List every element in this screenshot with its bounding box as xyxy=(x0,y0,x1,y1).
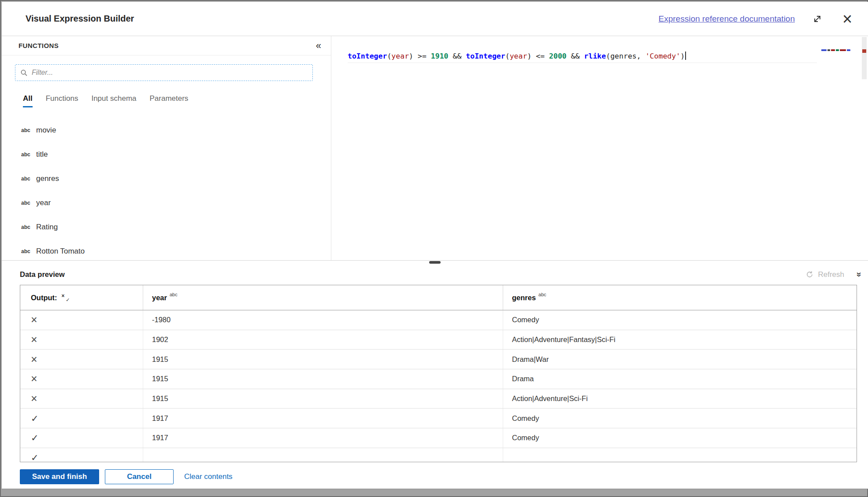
year-cell: 1917 xyxy=(143,409,503,428)
search-icon xyxy=(20,69,28,77)
schema-item-rotton-tomato[interactable]: abcRotton Tomato xyxy=(2,239,331,260)
close-icon: × xyxy=(842,11,852,27)
page-frame: Visual Expression Builder Expression ref… xyxy=(0,0,868,497)
schema-item-label: title xyxy=(36,150,48,159)
year-cell: 1902 xyxy=(143,330,503,350)
editor-scrollbar[interactable] xyxy=(861,36,868,260)
schema-item-rating[interactable]: abcRating xyxy=(2,215,331,239)
refresh-button[interactable]: Refresh xyxy=(806,270,844,279)
string-type-icon: abc xyxy=(21,151,36,158)
splitter-drag-handle[interactable] xyxy=(429,261,441,264)
table-row: ×1915Drama xyxy=(20,369,857,389)
expression-token: toInteger xyxy=(348,52,387,60)
titlebar-actions: Expression reference documentation × xyxy=(659,11,855,26)
schema-item-label: year xyxy=(36,199,51,207)
column-header-genres: genres abc xyxy=(503,285,857,310)
dialog-title: Visual Expression Builder xyxy=(26,14,134,24)
expression-token: genres xyxy=(610,52,637,60)
editor-scrollbar-thumb[interactable] xyxy=(862,37,867,79)
year-cell: 1917 xyxy=(143,428,503,448)
expression-token: year xyxy=(391,52,409,60)
schema-item-label: Rating xyxy=(36,223,58,232)
overview-ruler-mark xyxy=(862,49,866,53)
output-cell: × xyxy=(20,330,143,350)
expression-token: ( xyxy=(606,52,610,60)
functions-tabs: AllFunctionsInput schemaParameters xyxy=(23,94,188,107)
genres-cell xyxy=(503,448,857,462)
filter-field xyxy=(15,64,313,81)
expression-token: year xyxy=(510,52,527,60)
expand-dialog-button[interactable] xyxy=(810,11,825,26)
tab-all[interactable]: All xyxy=(23,94,33,107)
table-row: ×1915Drama|War xyxy=(20,350,857,369)
output-cell: ✓ xyxy=(20,409,143,428)
genres-cell: Drama xyxy=(503,369,857,389)
editor-minimap xyxy=(821,48,856,52)
schema-item-title[interactable]: abctitle xyxy=(2,142,331,166)
minimap-segment xyxy=(836,49,839,51)
output-cell: × xyxy=(20,369,143,389)
expression-editor[interactable]: toInteger(year) >= 1910 && toInteger(yea… xyxy=(332,36,868,260)
collapse-panel-icon[interactable]: « xyxy=(316,41,321,51)
dialog-titlebar: Visual Expression Builder Expression ref… xyxy=(2,2,868,36)
minimap-segment xyxy=(821,49,827,51)
tab-input-schema[interactable]: Input schema xyxy=(91,94,136,107)
chevron-double-down-icon: » xyxy=(855,272,865,277)
column-header-output: Output: × ✓ xyxy=(20,285,143,310)
expression-token: <= xyxy=(531,52,549,60)
expression-token: ) xyxy=(409,52,413,60)
expression-token: ( xyxy=(387,52,391,60)
schema-item-genres[interactable]: abcgenres xyxy=(2,166,331,191)
preview-table: Output: × ✓ year abc genres abc ×-1980Co… xyxy=(20,285,857,462)
tab-functions[interactable]: Functions xyxy=(46,94,78,107)
expression-code-line[interactable]: toInteger(year) >= 1910 && toInteger(yea… xyxy=(348,50,817,63)
expression-token: 1910 xyxy=(431,52,449,60)
refresh-icon xyxy=(806,271,813,278)
minimap-segment xyxy=(827,49,830,51)
output-cell: ✓ xyxy=(20,428,143,448)
expression-token: 2000 xyxy=(549,52,567,60)
schema-item-movie[interactable]: abcmovie xyxy=(2,118,331,142)
close-dialog-button[interactable]: × xyxy=(840,11,855,26)
expression-token: rlike xyxy=(584,52,606,60)
clear-contents-link[interactable]: Clear contents xyxy=(184,472,233,481)
data-preview-toolbar: Data preview Refresh » xyxy=(2,264,868,285)
functions-panel: FUNCTIONS « AllFunctionsInput schemaPara… xyxy=(2,36,331,260)
output-cell: ✓ xyxy=(20,448,143,462)
string-type-icon: abc xyxy=(21,176,36,182)
collapse-preview-button[interactable]: » xyxy=(855,269,864,280)
expression-token: >= xyxy=(413,52,431,60)
schema-item-label: movie xyxy=(36,126,56,135)
minimap-segment xyxy=(831,49,835,51)
year-cell xyxy=(143,448,503,462)
minimap-segment xyxy=(840,49,846,51)
expression-reference-doc-link[interactable]: Expression reference documentation xyxy=(659,14,795,24)
x-icon: × xyxy=(31,393,37,404)
genres-cell: Comedy xyxy=(503,310,857,330)
save-and-finish-button[interactable]: Save and finish xyxy=(20,469,99,484)
table-row: ✓1917Comedy xyxy=(20,428,857,448)
expression-token: && xyxy=(567,52,584,60)
output-cell: × xyxy=(20,310,143,330)
functions-panel-title: FUNCTIONS xyxy=(19,42,59,49)
horizontal-splitter xyxy=(2,260,868,264)
filter-input[interactable] xyxy=(32,65,308,81)
schema-item-year[interactable]: abcyear xyxy=(2,191,331,215)
string-type-icon: abc xyxy=(21,248,36,254)
cancel-button[interactable]: Cancel xyxy=(105,469,174,484)
genres-cell: Drama|War xyxy=(503,350,857,369)
expression-token: ) xyxy=(680,52,685,60)
genres-cell: Comedy xyxy=(503,428,857,448)
tab-parameters[interactable]: Parameters xyxy=(150,94,189,107)
output-header-label: Output: xyxy=(31,294,57,302)
expression-token: toInteger xyxy=(466,52,505,60)
x-icon: × xyxy=(31,334,37,345)
output-match-toggle-icon[interactable]: × ✓ xyxy=(62,294,70,302)
genres-cell: Action|Adventure|Fantasy|Sci-Fi xyxy=(503,330,857,350)
expand-diagonal-icon xyxy=(812,13,823,25)
x-icon: × xyxy=(31,373,37,384)
table-row: ×1915Action|Adventure|Sci-Fi xyxy=(20,389,857,409)
expression-token: ) xyxy=(527,52,531,60)
check-icon: ✓ xyxy=(31,414,39,423)
string-type-icon: abc xyxy=(21,127,36,133)
